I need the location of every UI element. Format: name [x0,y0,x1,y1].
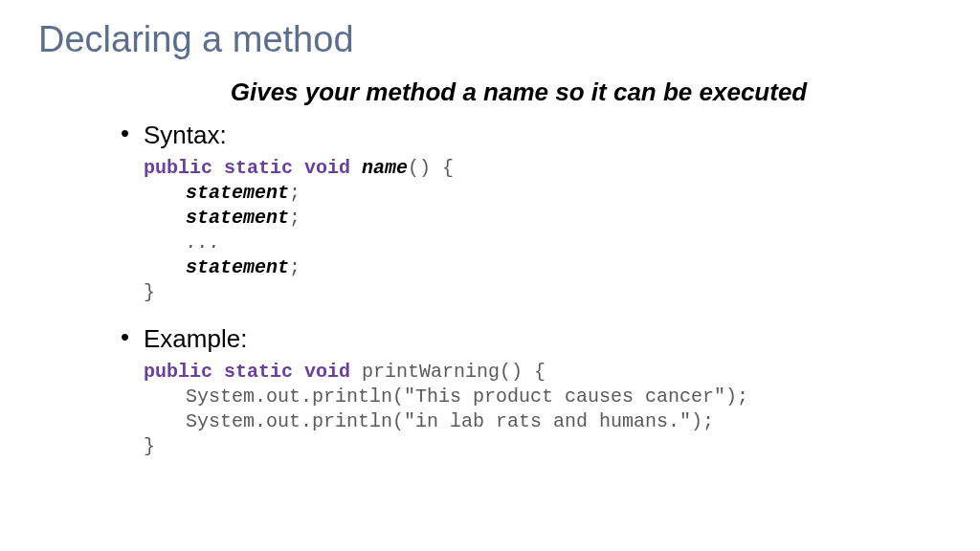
syntax-code-block: public static void name() { statement; s… [144,156,942,305]
example-method-name: printWarning() { [362,361,546,383]
syntax-line-stmt1: statement; [144,181,942,206]
bullet-syntax: Syntax: [144,121,942,150]
example-keywords: public static void [144,361,350,383]
bullet-example: Example: [144,324,942,354]
slide-title: Declaring a method [38,19,942,60]
syntax-close: } [144,280,942,305]
syntax-ellipsis: ... [144,231,220,255]
syntax-line-stmt2: statement; [144,206,942,231]
syntax-stmt: statement [186,182,289,204]
syntax-open: () { [408,157,454,179]
syntax-line-decl: public static void name() { [144,156,942,181]
example-line-1: System.out.println("This product causes … [144,385,942,409]
example-stmt-2: System.out.println("in lab rats and huma… [144,409,714,434]
syntax-keywords: public static void [144,157,350,179]
example-line-decl: public static void printWarning() { [144,360,942,385]
syntax-method-name: name [362,157,408,179]
syntax-semi: ; [289,256,301,278]
slide-subtitle: Gives your method a name so it can be ex… [38,77,942,107]
example-line-2: System.out.println("in lab rats and huma… [144,409,942,434]
syntax-line-ellipsis: ... [144,231,942,255]
syntax-stmt: statement [186,256,289,278]
example-code-block: public static void printWarning() { Syst… [144,360,942,459]
syntax-semi: ; [289,182,301,204]
example-close: } [144,434,942,459]
syntax-line-stmtN: statement; [144,255,942,280]
syntax-stmt: statement [186,207,289,229]
slide-content: Syntax: public static void name() { stat… [38,121,942,459]
syntax-semi: ; [289,207,301,229]
example-stmt-1: System.out.println("This product causes … [144,385,748,409]
